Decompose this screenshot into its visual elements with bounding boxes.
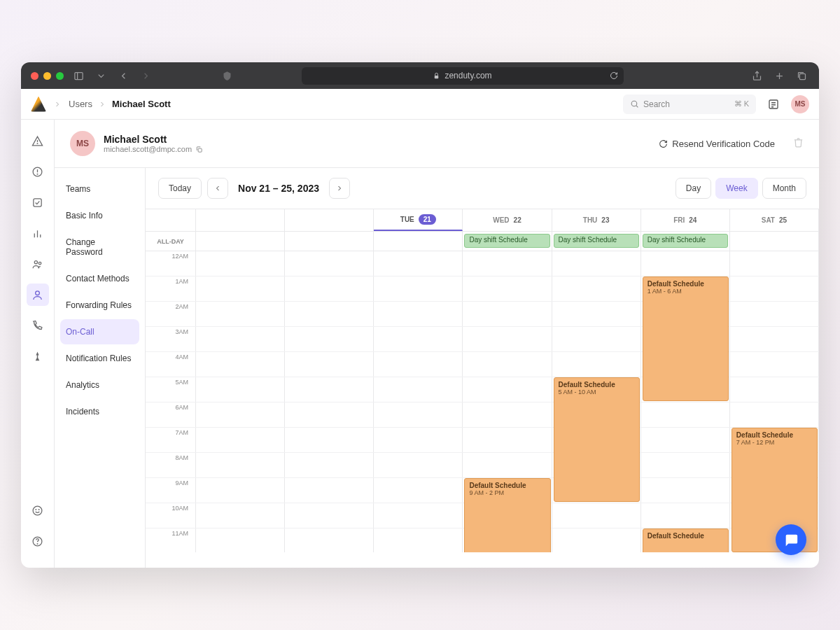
hour-cell[interactable]	[730, 377, 819, 402]
resend-verification-button[interactable]: Resend Verification Code	[659, 139, 775, 149]
hour-cell[interactable]	[285, 276, 374, 301]
chevron-down-icon[interactable]	[93, 68, 108, 83]
hour-cell[interactable]	[552, 276, 641, 301]
hour-cell[interactable]	[374, 302, 463, 326]
hour-cell[interactable]	[730, 251, 819, 276]
today-button[interactable]: Today	[158, 178, 202, 199]
app-logo[interactable]	[31, 97, 46, 112]
subnav-item[interactable]: Incidents	[60, 399, 139, 424]
share-icon[interactable]	[749, 68, 764, 83]
nav-oncall[interactable]	[27, 314, 49, 337]
subnav-item[interactable]: Forwarding Rules	[60, 293, 139, 318]
hour-cell[interactable]	[285, 528, 374, 552]
hour-cell[interactable]	[641, 276, 730, 301]
hour-cell[interactable]	[463, 302, 552, 326]
hour-cell[interactable]	[730, 453, 819, 477]
time-grid[interactable]: 12AM1AM2AM3AM4AM5AM6AM7AM8AM9AM10AM11AM …	[146, 251, 819, 552]
nav-feedback[interactable]	[27, 499, 49, 522]
hour-cell[interactable]	[196, 251, 285, 276]
hour-cell[interactable]	[285, 352, 374, 377]
nav-back[interactable]	[115, 68, 131, 83]
hour-cell[interactable]	[552, 327, 641, 351]
hour-cell[interactable]	[730, 302, 819, 326]
news-icon[interactable]	[763, 94, 784, 115]
subnav-item[interactable]: Teams	[60, 176, 139, 202]
hour-cell[interactable]	[374, 276, 463, 301]
delete-user-button[interactable]	[793, 137, 804, 150]
subnav-item[interactable]: Basic Info	[60, 203, 139, 228]
hour-cell[interactable]	[463, 478, 552, 503]
hour-cell[interactable]	[463, 453, 552, 477]
hour-cell[interactable]	[463, 528, 552, 552]
hour-cell[interactable]	[285, 251, 374, 276]
hour-cell[interactable]	[552, 377, 641, 402]
hour-cell[interactable]	[196, 302, 285, 326]
hour-cell[interactable]	[374, 528, 463, 552]
hour-cell[interactable]	[196, 453, 285, 477]
hour-cell[interactable]	[730, 478, 819, 503]
hour-cell[interactable]	[552, 428, 641, 452]
hour-cell[interactable]	[463, 428, 552, 452]
nav-forward[interactable]	[138, 68, 153, 83]
nav-analytics[interactable]	[27, 222, 49, 244]
hour-cell[interactable]	[374, 478, 463, 503]
hour-cell[interactable]	[641, 478, 730, 503]
hour-cell[interactable]	[463, 251, 552, 276]
hour-cell[interactable]	[285, 503, 374, 528]
subnav-item[interactable]: Analytics	[60, 372, 139, 398]
next-button[interactable]	[329, 178, 350, 199]
hour-cell[interactable]	[374, 402, 463, 427]
url-bar[interactable]: zenduty.com	[302, 67, 624, 85]
shield-icon[interactable]	[220, 68, 235, 83]
hour-cell[interactable]	[374, 327, 463, 351]
hour-cell[interactable]	[730, 276, 819, 301]
nav-tasks[interactable]	[27, 191, 49, 214]
minimize-window[interactable]	[43, 72, 51, 80]
hour-cell[interactable]	[641, 402, 730, 427]
view-day[interactable]: Day	[676, 178, 711, 199]
hour-cell[interactable]	[730, 503, 819, 528]
breadcrumb-root[interactable]: Users	[69, 99, 92, 109]
hour-cell[interactable]	[552, 352, 641, 377]
view-month[interactable]: Month	[762, 178, 806, 199]
hour-cell[interactable]	[196, 377, 285, 402]
hour-cell[interactable]	[196, 478, 285, 503]
subnav-item[interactable]: Notification Rules	[60, 346, 139, 371]
maximize-window[interactable]	[56, 72, 64, 80]
nav-teams[interactable]	[27, 253, 49, 275]
hour-cell[interactable]	[196, 503, 285, 528]
hour-cell[interactable]	[285, 453, 374, 477]
close-window[interactable]	[31, 72, 38, 80]
hour-cell[interactable]	[641, 428, 730, 452]
new-tab-icon[interactable]	[771, 68, 787, 83]
hour-cell[interactable]	[285, 428, 374, 452]
hour-cell[interactable]	[552, 453, 641, 477]
hour-cell[interactable]	[285, 377, 374, 402]
subnav-item[interactable]: Contact Methods	[60, 266, 139, 291]
hour-cell[interactable]	[463, 327, 552, 351]
nav-incidents[interactable]	[27, 160, 49, 183]
hour-cell[interactable]	[463, 377, 552, 402]
hour-cell[interactable]	[730, 327, 819, 351]
nav-alerts[interactable]	[27, 130, 49, 152]
hour-cell[interactable]	[285, 402, 374, 427]
hour-cell[interactable]	[552, 503, 641, 528]
hour-cell[interactable]	[285, 302, 374, 326]
hour-cell[interactable]	[641, 352, 730, 377]
hour-cell[interactable]	[374, 428, 463, 452]
hour-cell[interactable]	[196, 276, 285, 301]
hour-cell[interactable]	[285, 478, 374, 503]
nav-escalation[interactable]	[27, 345, 49, 368]
hour-cell[interactable]	[552, 528, 641, 552]
refresh-icon[interactable]	[610, 71, 618, 80]
hour-cell[interactable]	[374, 377, 463, 402]
hour-cell[interactable]	[552, 478, 641, 503]
hour-cell[interactable]	[730, 352, 819, 377]
hour-cell[interactable]	[552, 302, 641, 326]
nav-users[interactable]	[27, 284, 49, 306]
copy-icon[interactable]	[195, 146, 203, 153]
hour-cell[interactable]	[463, 276, 552, 301]
hour-cell[interactable]	[730, 402, 819, 427]
hour-cell[interactable]	[641, 528, 730, 552]
hour-cell[interactable]	[374, 453, 463, 477]
